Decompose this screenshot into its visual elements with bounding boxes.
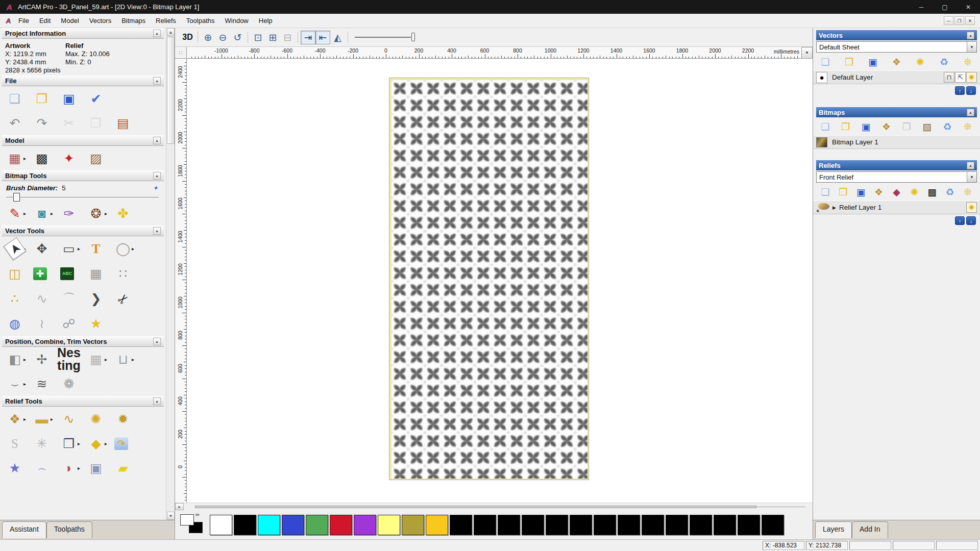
horizontal-scrollbar[interactable]: ▸ xyxy=(175,503,813,510)
open-bitmap-file-button[interactable]: ❒ xyxy=(840,121,852,132)
tab-assistant[interactable]: Assistant xyxy=(2,521,46,538)
mdi-minimize-button[interactable]: ─ xyxy=(944,16,953,25)
move-layer-down-button[interactable]: ↓ xyxy=(966,86,976,95)
collapse-file-icon[interactable]: ▲ xyxy=(153,77,161,85)
block-array-copy-button[interactable]: ∷ xyxy=(114,266,141,282)
save-model-button[interactable]: ▣ xyxy=(60,90,87,107)
copy-button[interactable]: ❐ xyxy=(87,115,114,131)
palette-swatch-2[interactable] xyxy=(258,515,280,535)
flyout-arrow-icon[interactable]: ▸ xyxy=(23,357,29,362)
move-relief-down-button[interactable]: ↓ xyxy=(966,216,976,225)
palette-swatch-7[interactable] xyxy=(378,515,400,535)
menu-reliefs[interactable]: Reliefs xyxy=(151,15,181,27)
menu-vectors[interactable]: Vectors xyxy=(84,15,116,27)
palette-swatch-4[interactable] xyxy=(306,515,328,535)
flyout-arrow-icon[interactable]: ▸ xyxy=(51,416,56,422)
bitmap-layer-row[interactable]: Bitmap Layer 1 xyxy=(813,135,980,149)
weave-wizard-button[interactable]: ✳ xyxy=(33,435,60,452)
trim-vectors-button[interactable]: ✂ xyxy=(114,291,141,307)
offset-vectors-button[interactable]: ◍ xyxy=(6,316,33,332)
create-rectangle-button[interactable]: ▭▸ xyxy=(60,241,87,257)
palette-swatch-22[interactable] xyxy=(738,515,760,535)
palette-swatch-5[interactable] xyxy=(330,515,352,535)
toggle-relief-visibility-button[interactable]: ✺ xyxy=(908,186,920,197)
assistant-scrollbar[interactable]: ▲ ▼ xyxy=(166,28,175,520)
relief-layer-row[interactable]: + ▶ Relief Layer 1 ✺ xyxy=(813,201,980,214)
collapse-bitmaps-icon[interactable]: ▲ xyxy=(967,109,974,116)
flyout-arrow-icon[interactable]: ▸ xyxy=(23,416,29,422)
merge-vector-layers-button[interactable]: ❖ xyxy=(891,56,903,67)
flood-fill-region-button[interactable]: ✤ xyxy=(114,205,141,221)
nesting-button[interactable]: Nes ting xyxy=(60,351,87,367)
menu-edit[interactable]: Edit xyxy=(34,15,56,27)
collapse-vectors-icon[interactable]: ▲ xyxy=(967,32,974,39)
flyout-arrow-icon[interactable]: ▸ xyxy=(23,156,29,161)
save-relief-layer-button[interactable]: ▣ xyxy=(855,186,867,197)
collapse-relief-tools-icon[interactable]: ▲ xyxy=(153,397,161,405)
palette-swatch-23[interactable] xyxy=(762,515,784,535)
join-vectors-button[interactable]: ⌣▸ xyxy=(6,375,33,392)
flyout-arrow-icon[interactable]: ▸ xyxy=(132,246,137,252)
palette-swatch-3[interactable] xyxy=(282,515,304,535)
text-block-button[interactable]: ABC xyxy=(60,267,87,280)
spiral-tool-button[interactable]: ❁ xyxy=(60,375,87,392)
cut-button[interactable]: ✂ xyxy=(60,115,87,131)
chevron-down-icon[interactable]: ▼ xyxy=(967,172,976,182)
pane-split-icon[interactable]: ▸ xyxy=(175,503,184,510)
measure-tool-button[interactable]: ◫ xyxy=(6,266,33,282)
delete-bitmap-layer-button[interactable]: ♻ xyxy=(941,121,953,132)
freehand-draw-button[interactable]: ∿ xyxy=(33,291,60,307)
zoom-out-button[interactable]: ⊖ xyxy=(215,31,230,44)
greyscale-view-button[interactable]: ▩ xyxy=(33,150,60,166)
set-model-size-button[interactable]: ▦▸ xyxy=(6,150,33,166)
vector-wizard-button[interactable]: ★ xyxy=(87,316,114,332)
sharp-corner-button[interactable]: ❯ xyxy=(87,291,114,307)
copy-transform-relief-button[interactable]: ↷ xyxy=(114,437,141,450)
collapse-position-icon[interactable]: ▲ xyxy=(153,338,161,345)
open-relief-file-button[interactable]: ❒ xyxy=(837,186,849,197)
flyout-arrow-icon[interactable]: ▸ xyxy=(105,441,110,446)
mirror-vectors-button[interactable]: ☍ xyxy=(60,316,87,332)
merge-bitmap-layers-button[interactable]: ❖ xyxy=(880,121,893,132)
text-on-curve-button[interactable]: ✢ xyxy=(33,351,60,367)
snap-icon[interactable]: ⇱ xyxy=(955,72,966,83)
collapse-project-information-icon[interactable]: ▲ xyxy=(153,30,161,37)
save-vector-layer-button[interactable]: ▣ xyxy=(867,56,879,67)
zoom-1-to-1-button[interactable]: ⊡ xyxy=(251,31,265,44)
menu-help[interactable]: Help xyxy=(254,15,278,27)
collapse-reliefs-icon[interactable]: ▲ xyxy=(967,162,974,169)
primary-secondary-colour-selector[interactable]: ∞ xyxy=(180,513,206,537)
scroll-up-icon[interactable]: ▲ xyxy=(167,28,175,36)
zoom-in-button[interactable]: ⊕ xyxy=(201,31,215,44)
select-vectors-button[interactable]: ➤▸ xyxy=(6,241,33,257)
bitmap-fade-slider-thumb[interactable] xyxy=(411,33,415,41)
minimize-button[interactable]: ─ xyxy=(910,0,933,14)
move-layer-up-button[interactable]: ↑ xyxy=(955,86,965,95)
open-vector-file-button[interactable]: ❒ xyxy=(843,56,855,67)
render-model-button[interactable]: ✦ xyxy=(60,150,87,166)
palette-swatch-17[interactable] xyxy=(618,515,640,535)
drawing-canvas[interactable] xyxy=(187,59,813,503)
unlock-icon[interactable]: ⊓ xyxy=(944,72,954,83)
palette-swatch-13[interactable] xyxy=(522,515,544,535)
smooth-relief-button[interactable]: ∿ xyxy=(60,411,87,427)
fit-curve-button[interactable]: ≀ xyxy=(33,316,60,332)
scrollbar-thumb[interactable] xyxy=(167,37,175,144)
align-vectors-button[interactable]: ◧▸ xyxy=(6,351,33,367)
maximize-button[interactable]: ▢ xyxy=(933,0,957,14)
move-relief-up-button[interactable]: ↑ xyxy=(955,216,965,225)
turn-relief-button[interactable]: ◗▸ xyxy=(60,460,87,476)
expand-relief-layer-icon[interactable]: ▶ xyxy=(832,205,836,210)
palette-swatch-20[interactable] xyxy=(690,515,712,535)
create-arc-button[interactable]: ⌒ xyxy=(60,291,87,307)
brush-slider-thumb[interactable] xyxy=(13,193,20,202)
colour-picker-button[interactable]: ✑ xyxy=(60,205,87,221)
add-relief-button[interactable]: ✺ xyxy=(87,411,114,427)
paste-relief-clipart-button[interactable]: ❖▸ xyxy=(6,411,33,427)
menu-model[interactable]: Model xyxy=(56,15,84,27)
view-3d-button[interactable]: 3D xyxy=(180,31,195,44)
weld-vectors-button[interactable]: ⊔▸ xyxy=(114,351,141,367)
palette-swatch-18[interactable] xyxy=(642,515,664,535)
flyout-arrow-icon[interactable]: ▸ xyxy=(78,441,83,446)
texture-relief-button[interactable]: ❒▸ xyxy=(60,435,87,452)
